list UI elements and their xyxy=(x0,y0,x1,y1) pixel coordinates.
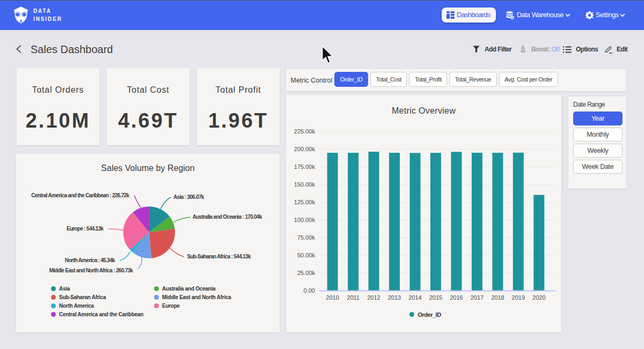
svg-text:2016: 2016 xyxy=(450,294,463,301)
svg-text:2014: 2014 xyxy=(408,294,421,301)
svg-text:50.00k: 50.00k xyxy=(297,252,316,258)
svg-text:200.00k: 200.00k xyxy=(294,146,316,152)
svg-text:Order_ID: Order_ID xyxy=(418,311,442,318)
svg-text:2019: 2019 xyxy=(512,294,525,301)
svg-text:100.00k: 100.00k xyxy=(294,217,316,223)
svg-text:175.00k: 175.00k xyxy=(294,164,316,170)
svg-text:2010: 2010 xyxy=(326,294,339,301)
svg-text:75.00k: 75.00k xyxy=(297,234,316,241)
svg-text:2020: 2020 xyxy=(532,294,545,301)
svg-text:2013: 2013 xyxy=(388,294,401,301)
svg-text:0.00: 0.00 xyxy=(304,287,315,294)
svg-text:225.00k: 225.00k xyxy=(294,128,316,135)
svg-text:2017: 2017 xyxy=(471,294,484,301)
svg-text:150.00k: 150.00k xyxy=(294,181,316,188)
svg-text:2011: 2011 xyxy=(347,294,360,301)
svg-text:2015: 2015 xyxy=(429,294,442,301)
svg-text:2018: 2018 xyxy=(491,294,504,301)
svg-text:2012: 2012 xyxy=(367,294,380,301)
svg-text:125.00k: 125.00k xyxy=(294,199,316,205)
svg-text:25.00k: 25.00k xyxy=(297,270,316,276)
